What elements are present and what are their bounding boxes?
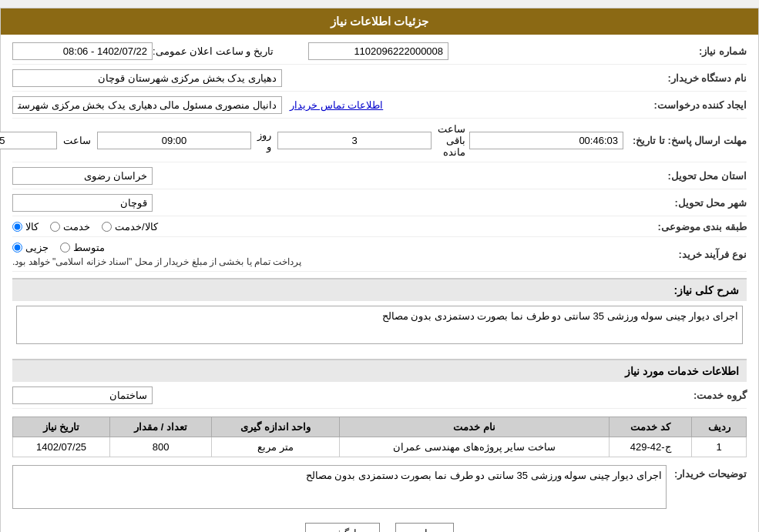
remaining-label: ساعت باقی مانده <box>438 123 465 158</box>
services-table: ردیف کد خدمت نام خدمت واحد اندازه گیری ت… <box>12 417 747 457</box>
print-button[interactable]: چاپ <box>395 523 454 532</box>
creator-input <box>12 96 282 114</box>
deadline-days-input <box>277 132 432 149</box>
org-name-label: نام دستگاه خریدار: <box>623 72 747 84</box>
purchase-type-label: نوع فرآیند خرید: <box>623 249 747 260</box>
cell-date: 1402/07/25 <box>13 437 110 457</box>
need-number-label: شماره نیاز: <box>623 45 747 57</box>
category-radio-khidmat[interactable] <box>50 222 60 232</box>
need-number-input <box>308 42 448 60</box>
col-unit: واحد اندازه گیری <box>212 417 340 437</box>
creator-label: ایجاد کننده درخواست: <box>623 99 747 111</box>
purchase-type-radio-partial[interactable] <box>12 243 22 253</box>
province-input <box>12 167 153 185</box>
need-desc-textarea[interactable] <box>16 306 743 344</box>
category-kala[interactable]: کالا <box>12 221 39 233</box>
category-khidmat[interactable]: خدمت <box>50 221 90 233</box>
col-qty: تعداد / مقدار <box>110 417 212 437</box>
city-label: شهر محل تحویل: <box>623 197 747 209</box>
category-radio-kala-khidmat[interactable] <box>102 222 112 232</box>
service-group-label: گروه خدمت: <box>623 390 747 401</box>
cell-qty: 800 <box>110 437 212 457</box>
col-code: کد خدمت <box>609 417 691 437</box>
cell-row: 1 <box>692 437 747 457</box>
remaining-time-input <box>469 132 623 149</box>
category-kala-khidmat[interactable]: کالا/خدمت <box>102 221 158 233</box>
purchase-type-note: پرداخت تمام یا بخشی از مبلغ خریدار از مح… <box>12 256 301 267</box>
city-input <box>12 194 153 212</box>
time-label: ساعت <box>63 135 91 146</box>
cell-unit: متر مربع <box>212 437 340 457</box>
cell-name: ساخت سایر پروژه‌های مهندسی عمران <box>340 437 610 457</box>
table-row: 1 ج-42-429 ساخت سایر پروژه‌های مهندسی عم… <box>13 437 747 457</box>
category-label: طبقه بندی موضوعی: <box>623 221 747 233</box>
contact-link[interactable]: اطلاعات تماس خریدار <box>290 99 383 111</box>
deadline-date-input <box>0 132 57 149</box>
back-button[interactable]: بازگشت <box>305 523 380 532</box>
purchase-type-partial[interactable]: جزیی <box>12 242 49 253</box>
category-radio-kala[interactable] <box>12 222 22 232</box>
page-title: جزئیات اطلاعات نیاز <box>1 8 758 35</box>
need-desc-section-header: شرح کلی نیاز: <box>12 278 747 301</box>
col-date: تاریخ نیاز <box>13 417 110 437</box>
col-row: ردیف <box>692 417 747 437</box>
buyer-notes-textarea[interactable] <box>12 465 667 509</box>
days-label: روز و <box>257 129 271 152</box>
purchase-type-medium[interactable]: متوسط <box>60 242 105 253</box>
announce-label: تاریخ و ساعت اعلان عمومی: <box>153 45 274 57</box>
services-section-header: اطلاعات خدمات مورد نیاز <box>12 359 747 382</box>
col-name: نام خدمت <box>340 417 610 437</box>
deadline-label: مهلت ارسال پاسخ: تا تاریخ: <box>623 135 747 146</box>
announce-input <box>12 42 153 60</box>
buyer-notes-label: توضیحات خریدار: <box>667 465 747 480</box>
deadline-time-input <box>97 132 251 149</box>
purchase-type-radio-medium[interactable] <box>60 243 70 253</box>
service-group-input <box>12 386 153 404</box>
org-name-input <box>12 69 282 87</box>
cell-code: ج-42-429 <box>609 437 691 457</box>
province-label: استان محل تحویل: <box>623 170 747 182</box>
